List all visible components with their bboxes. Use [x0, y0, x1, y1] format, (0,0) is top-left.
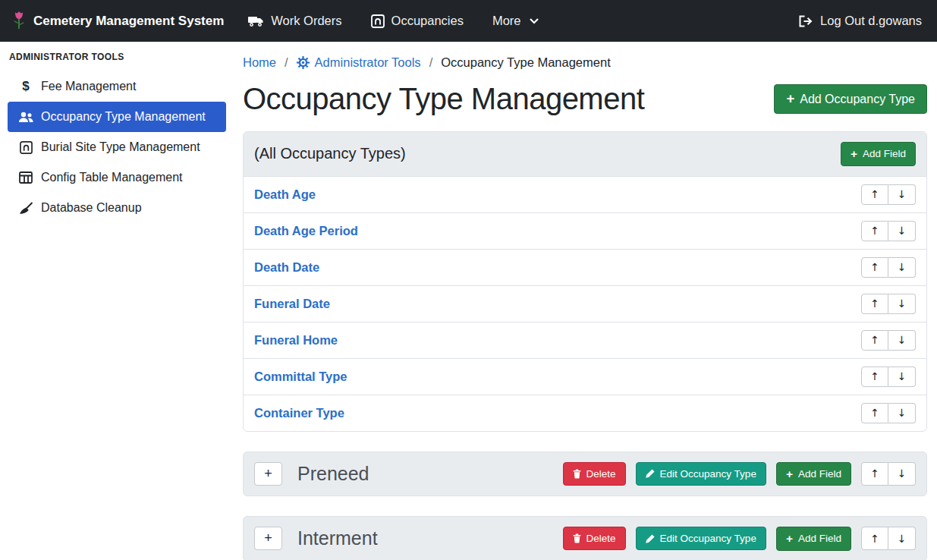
edit-occupancy-type-button[interactable]: Edit Occupancy Type [636, 462, 766, 486]
logout-label: Log Out d.gowans [820, 14, 922, 28]
field-link-container-type[interactable]: Container Type [254, 406, 344, 420]
admin-tools-sidebar: ADMINISTRATOR TOOLS $ Fee Management Occ… [0, 42, 234, 560]
sidebar-item-occupancy-type-management[interactable]: Occupancy Type Management [8, 102, 226, 132]
sidebar-item-label: Burial Site Type Management [41, 140, 200, 154]
reorder-buttons: ↑ ↓ [861, 294, 916, 314]
reorder-buttons: ↑ ↓ [861, 403, 916, 423]
main-nav: Work Orders Occupancies More [248, 14, 567, 28]
move-down-button[interactable]: ↓ [888, 527, 916, 550]
brand-title: Cemetery Management System [33, 14, 224, 29]
move-down-button[interactable]: ↓ [888, 330, 916, 351]
move-down-button[interactable]: ↓ [888, 257, 916, 278]
breadcrumb-admin-tools[interactable]: Administrator Tools [297, 55, 421, 70]
breadcrumb-home-label: Home [243, 55, 276, 70]
breadcrumb-current: Occupancy Type Management [441, 55, 611, 70]
sidebar-item-label: Database Cleanup [41, 201, 142, 215]
breadcrumb-separator: / [285, 55, 288, 70]
move-up-button[interactable]: ↑ [861, 184, 888, 205]
all-occupancy-types-card: (All Occupancy Types) + Add Field Death … [243, 131, 927, 432]
move-up-button[interactable]: ↑ [861, 403, 888, 423]
breadcrumb: Home / Administrator [243, 55, 927, 70]
move-up-button[interactable]: ↑ [861, 367, 888, 387]
move-down-button[interactable]: ↓ [888, 462, 916, 486]
section-actions: Delete Edit Occupancy Type + Add Field ↑ [563, 462, 916, 486]
broom-icon [17, 202, 34, 215]
move-up-button[interactable]: ↑ [861, 462, 888, 486]
top-navbar: Cemetery Management System Work Orders [0, 0, 937, 42]
field-row: Death Date ↑ ↓ [244, 249, 926, 285]
reorder-buttons: ↑ ↓ [861, 527, 916, 550]
move-up-button[interactable]: ↑ [861, 294, 888, 314]
add-field-button[interactable]: + Add Field [776, 527, 851, 551]
move-up-button[interactable]: ↑ [861, 330, 888, 351]
delete-button[interactable]: Delete [563, 462, 626, 486]
sidebar-item-database-cleanup[interactable]: Database Cleanup [8, 193, 226, 223]
field-link-death-age[interactable]: Death Age [254, 187, 316, 202]
delete-label: Delete [586, 533, 616, 544]
move-up-button[interactable]: ↑ [861, 221, 888, 241]
section-actions: Delete Edit Occupancy Type + Add Field ↑ [563, 527, 916, 551]
field-link-committal-type[interactable]: Committal Type [254, 370, 347, 384]
nav-work-orders[interactable]: Work Orders [248, 14, 341, 28]
logout-link[interactable]: Log Out d.gowans [798, 14, 922, 28]
tulip-logo-icon [12, 11, 26, 31]
plus-icon: + [786, 468, 793, 480]
sidebar-heading: ADMINISTRATOR TOOLS [0, 52, 234, 71]
move-down-button[interactable]: ↓ [888, 403, 916, 423]
move-up-button[interactable]: ↑ [861, 257, 888, 278]
sidebar-item-burial-site-type-management[interactable]: Burial Site Type Management [8, 132, 226, 162]
section-title: Interment [297, 527, 378, 549]
add-occupancy-type-label: Add Occupancy Type [800, 93, 915, 106]
add-occupancy-type-button[interactable]: + Add Occupancy Type [774, 84, 927, 113]
truck-icon [248, 14, 264, 27]
reorder-buttons: ↑ ↓ [861, 462, 916, 486]
edit-occupancy-type-label: Edit Occupancy Type [660, 468, 756, 480]
all-occupancy-types-title: (All Occupancy Types) [254, 145, 406, 162]
expand-button[interactable]: + [254, 527, 282, 550]
sidebar-item-label: Fee Management [41, 80, 136, 93]
edit-occupancy-type-label: Edit Occupancy Type [660, 533, 756, 544]
expand-button[interactable]: + [254, 462, 282, 486]
plus-icon: + [786, 533, 793, 545]
delete-button[interactable]: Delete [563, 527, 626, 550]
delete-label: Delete [586, 468, 616, 480]
reorder-buttons: ↑ ↓ [861, 221, 916, 241]
move-down-button[interactable]: ↓ [888, 367, 916, 387]
breadcrumb-admin-tools-label: Administrator Tools [315, 55, 421, 70]
field-link-funeral-date[interactable]: Funeral Date [254, 297, 330, 311]
move-down-button[interactable]: ↓ [888, 294, 916, 314]
reorder-buttons: ↑ ↓ [861, 367, 916, 387]
add-field-button[interactable]: + Add Field [841, 142, 916, 166]
trash-icon [573, 533, 581, 543]
field-link-death-date[interactable]: Death Date [254, 260, 319, 275]
move-up-button[interactable]: ↑ [861, 527, 888, 550]
main-content: Home / Administrator [234, 42, 937, 560]
field-row: Container Type ↑ ↓ [244, 395, 926, 431]
dollar-icon: $ [17, 79, 34, 94]
nav-occupancies[interactable]: Occupancies [371, 14, 464, 28]
logout-icon [798, 15, 813, 27]
plus-icon: + [786, 92, 794, 105]
chevron-down-icon [530, 18, 539, 24]
add-field-button[interactable]: + Add Field [776, 462, 851, 486]
move-down-button[interactable]: ↓ [888, 221, 916, 241]
sidebar-item-config-table-management[interactable]: Config Table Management [8, 162, 226, 193]
sidebar-item-fee-management[interactable]: $ Fee Management [8, 71, 226, 102]
field-link-funeral-home[interactable]: Funeral Home [254, 333, 338, 348]
brand[interactable]: Cemetery Management System [12, 11, 224, 31]
nav-more[interactable]: More [492, 14, 539, 28]
field-row: Committal Type ↑ ↓ [244, 358, 926, 395]
edit-occupancy-type-button[interactable]: Edit Occupancy Type [636, 527, 766, 550]
field-row: Funeral Date ↑ ↓ [244, 285, 926, 322]
breadcrumb-home[interactable]: Home [243, 55, 276, 70]
reorder-buttons: ↑ ↓ [861, 330, 916, 351]
table-icon [17, 171, 34, 184]
field-link-death-age-period[interactable]: Death Age Period [254, 224, 358, 238]
pencil-icon [646, 534, 655, 543]
tombstone-icon [371, 14, 385, 28]
add-field-label: Add Field [798, 468, 841, 480]
sidebar-item-label: Config Table Management [41, 171, 183, 184]
sidebar-item-label: Occupancy Type Management [41, 110, 206, 124]
move-down-button[interactable]: ↓ [888, 184, 916, 205]
pencil-icon [646, 469, 655, 478]
